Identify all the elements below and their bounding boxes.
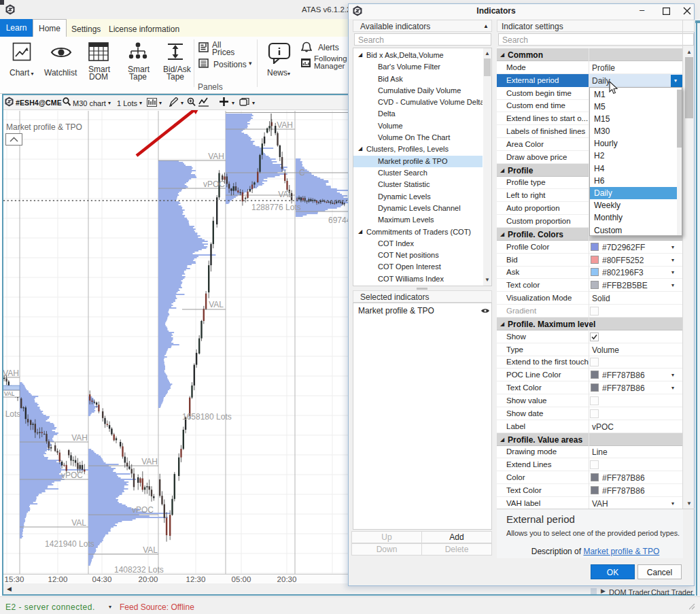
svg-text:VAH: VAH <box>208 152 224 161</box>
svg-text:VAH: VAH <box>71 433 88 443</box>
svg-text:1408232 Lots: 1408232 Lots <box>114 565 164 574</box>
svg-text:VAL: VAL <box>278 190 293 199</box>
svg-text:vPOC: vPOC <box>132 505 154 515</box>
svg-text:VAH: VAH <box>277 120 293 130</box>
svg-text:VAH: VAH <box>141 457 158 466</box>
svg-text:VAL: VAL <box>143 545 158 555</box>
svg-text:' Lots: ' Lots <box>3 409 20 419</box>
svg-text:1658180 Lots: 1658180 Lots <box>182 412 232 422</box>
svg-text:VAL: VAL <box>71 518 86 528</box>
svg-text:1421940 Lots: 1421940 Lots <box>45 539 94 549</box>
svg-text:vPOC: vPOC <box>203 180 225 189</box>
svg-text:VAL: VAL <box>209 300 224 309</box>
svg-text:C: C <box>299 168 305 177</box>
svg-text:1288776 Lots: 1288776 Lots <box>251 203 301 212</box>
svg-text:vPOC: vPOC <box>61 471 83 480</box>
svg-text:VAH: VAH <box>3 369 19 378</box>
svg-text:VAL: VAL <box>4 390 15 397</box>
